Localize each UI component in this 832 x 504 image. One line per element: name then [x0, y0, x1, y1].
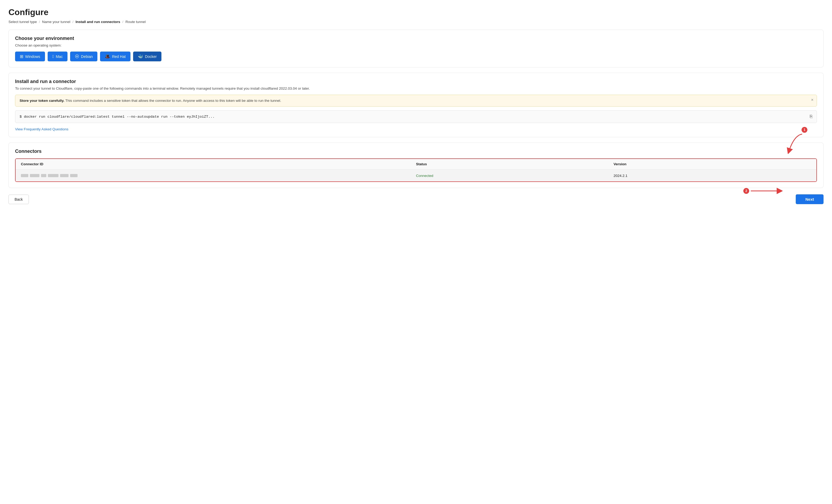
os-btn-redhat-label: Red Hat — [112, 54, 125, 59]
warning-box: Store your token carefully. This command… — [15, 95, 817, 107]
col-header-version: Version — [614, 162, 811, 166]
os-btn-debian[interactable]: ⦿ Debian — [70, 52, 97, 61]
os-btn-docker[interactable]: 🐳 Docker — [133, 52, 161, 61]
id-blur-1 — [21, 174, 28, 177]
debian-icon: ⦿ — [75, 54, 79, 59]
id-blur-3 — [41, 174, 46, 177]
version-text: 2024.2.1 — [614, 174, 628, 178]
connector-title: Install and run a connector — [15, 79, 817, 84]
install-connector-card: Install and run a connector To connect y… — [8, 73, 824, 137]
copy-command-button[interactable]: ⎘ — [810, 114, 812, 119]
docker-icon: 🐳 — [138, 54, 143, 59]
warning-close-button[interactable]: × — [811, 97, 813, 102]
table-row: Connected 2024.2.1 — [16, 169, 816, 181]
breadcrumb-item-2: Name your tunnel — [42, 20, 70, 24]
environment-card: Choose your environment Choose an operat… — [8, 30, 824, 67]
footer: Back 2 Next — [8, 194, 824, 204]
breadcrumb-sep-1: / — [39, 20, 40, 24]
redhat-icon: 🎩 — [105, 54, 110, 59]
breadcrumb: Select tunnel type / Name your tunnel / … — [8, 20, 824, 24]
breadcrumb-item-3: Install and run connectors — [75, 20, 120, 24]
os-btn-mac[interactable]:  Mac — [48, 52, 68, 61]
os-button-group: ⊞ Windows  Mac ⦿ Debian 🎩 Red Hat 🐳 Doc… — [15, 52, 817, 61]
environment-subtitle: Choose an operating system: — [15, 44, 817, 47]
os-btn-windows-label: Windows — [25, 54, 40, 59]
os-btn-mac-label: Mac — [56, 54, 63, 59]
id-blur-4 — [48, 174, 58, 177]
connector-description: To connect your tunnel to Cloudflare, co… — [15, 86, 817, 90]
command-box: $ docker run cloudflare/cloudflared:late… — [15, 110, 817, 123]
windows-icon: ⊞ — [20, 54, 23, 59]
connectors-title: Connectors — [15, 149, 817, 154]
breadcrumb-sep-2: / — [73, 20, 74, 24]
connector-version: 2024.2.1 — [614, 173, 811, 178]
warning-bold: Store your token carefully. — [20, 99, 64, 103]
col-header-id: Connector ID — [21, 162, 416, 166]
status-text: Connected — [416, 174, 433, 178]
breadcrumb-item-4: Route tunnel — [125, 20, 146, 24]
breadcrumb-item-1: Select tunnel type — [8, 20, 37, 24]
os-btn-redhat[interactable]: 🎩 Red Hat — [100, 52, 130, 61]
os-btn-docker-label: Docker — [145, 54, 157, 59]
os-btn-windows[interactable]: ⊞ Windows — [15, 52, 45, 61]
connector-status: Connected — [416, 173, 614, 178]
connectors-table-header: Connector ID Status Version — [16, 159, 816, 169]
command-text: $ docker run cloudflare/cloudflared:late… — [20, 115, 807, 119]
next-button[interactable]: Next — [796, 194, 824, 204]
breadcrumb-sep-3: / — [122, 20, 123, 24]
connectors-table: Connector ID Status Version Connected 2 — [15, 159, 817, 182]
warning-text: This command includes a sensitive token … — [66, 99, 281, 103]
faq-link[interactable]: View Frequently Asked Questions — [15, 127, 69, 131]
back-button[interactable]: Back — [8, 195, 29, 204]
annotation-2-wrapper: 2 — [743, 187, 782, 195]
annotation-badge-2: 2 — [743, 188, 749, 194]
annotation-arrow-2 — [751, 187, 782, 195]
id-blur-6 — [70, 174, 78, 177]
col-header-status: Status — [416, 162, 614, 166]
connector-id-cell — [21, 174, 416, 177]
page-title: Configure — [8, 7, 824, 17]
os-btn-debian-label: Debian — [81, 54, 93, 59]
id-blur-5 — [60, 174, 69, 177]
mac-icon:  — [52, 54, 54, 59]
id-blur-2 — [30, 174, 40, 177]
environment-title: Choose your environment — [15, 36, 817, 41]
connectors-card: Connectors 1 Connector ID Status Version — [8, 142, 824, 188]
